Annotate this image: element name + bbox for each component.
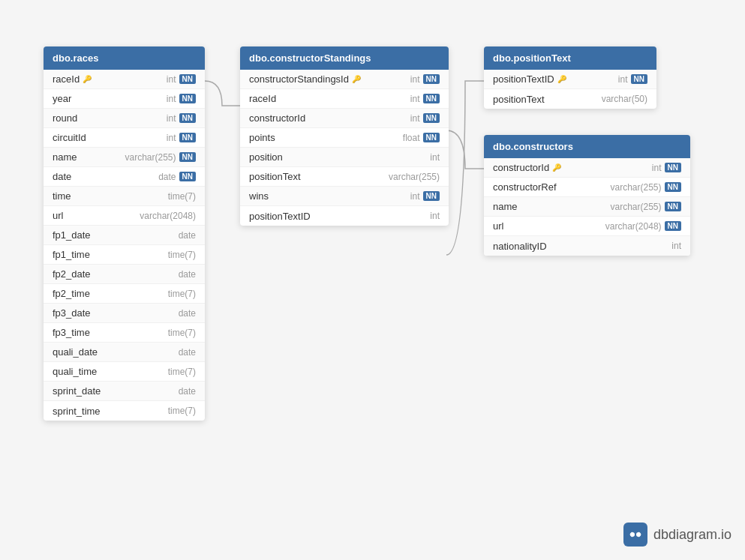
- table-row: fp2_date date: [44, 265, 205, 284]
- table-row: sprint_time time(7): [44, 401, 205, 421]
- nn-badge: NN: [179, 74, 196, 84]
- nn-badge: NN: [423, 74, 440, 84]
- field-type: varchar(255) NN: [125, 152, 196, 163]
- field-type: time(7): [168, 191, 196, 202]
- logo-icon: [623, 523, 647, 547]
- nn-badge: NN: [423, 94, 440, 103]
- field-name: position: [249, 151, 283, 163]
- field-name: constructorId 🔑: [493, 162, 561, 173]
- field-type: varchar(255): [389, 172, 440, 182]
- field-type: int: [430, 152, 440, 163]
- table-row: positionTextID int: [240, 206, 449, 226]
- table-row: raceId 🔑 int NN: [44, 70, 205, 89]
- field-name: points: [249, 132, 275, 143]
- field-name: name: [53, 151, 77, 163]
- nn-badge: NN: [423, 133, 440, 142]
- nn-badge: NN: [665, 221, 681, 231]
- field-type: varchar(255) NN: [611, 182, 681, 193]
- field-name: url: [53, 210, 63, 221]
- key-icon: 🔑: [557, 75, 566, 83]
- field-type: int NN: [618, 74, 647, 85]
- table-row: fp1_time time(7): [44, 245, 205, 265]
- table-races[interactable]: dbo.races raceId 🔑 int NN year int NN ro…: [44, 46, 205, 421]
- table-row: fp1_date date: [44, 226, 205, 245]
- field-name: time: [53, 190, 71, 202]
- table-constructors[interactable]: dbo.constructors constructorId 🔑 int NN …: [484, 135, 690, 256]
- table-row: wins int NN: [240, 187, 449, 206]
- field-name: fp2_time: [53, 288, 90, 299]
- field-type: date: [179, 347, 196, 358]
- table-row: nationalityID int: [484, 236, 690, 256]
- field-type: date: [179, 308, 196, 319]
- field-name: circuitId: [53, 132, 86, 143]
- table-row: constructorId 🔑 int NN: [484, 158, 690, 178]
- field-type: float NN: [403, 133, 440, 143]
- field-type: varchar(50): [602, 94, 647, 104]
- field-type: int NN: [410, 113, 440, 124]
- nn-badge: NN: [423, 191, 440, 201]
- table-row: positionTextID 🔑 int NN: [484, 70, 656, 89]
- table-row: points float NN: [240, 128, 449, 148]
- field-name: nationalityID: [493, 241, 547, 252]
- table-row: url varchar(2048) NN: [484, 217, 690, 236]
- field-name: url: [493, 220, 503, 232]
- nn-badge: NN: [665, 163, 681, 172]
- field-name: fp3_time: [53, 327, 90, 338]
- field-name: fp3_date: [53, 307, 91, 319]
- field-type: int NN: [410, 191, 440, 202]
- field-name: positionTextID 🔑: [493, 73, 566, 85]
- field-name: fp1_date: [53, 229, 91, 241]
- nn-badge: NN: [179, 172, 196, 181]
- field-type: date NN: [158, 172, 196, 182]
- key-icon: 🔑: [83, 75, 92, 83]
- field-type: time(7): [168, 406, 196, 416]
- field-name: sprint_date: [53, 385, 101, 397]
- field-name: wins: [249, 190, 269, 202]
- nn-badge: NN: [665, 182, 681, 192]
- table-row: quali_date date: [44, 343, 205, 362]
- table-row: fp3_date date: [44, 304, 205, 323]
- table-row: fp2_time time(7): [44, 284, 205, 304]
- table-row: year int NN: [44, 89, 205, 109]
- nn-badge: NN: [665, 202, 681, 211]
- field-name: fp2_date: [53, 268, 91, 280]
- table-row: constructorId int NN: [240, 109, 449, 128]
- field-name: constructorStandingsId 🔑: [249, 73, 361, 85]
- field-type: int NN: [410, 94, 440, 104]
- logo-text: dbdiagram.io: [653, 527, 731, 543]
- field-name: raceId 🔑: [53, 73, 92, 85]
- field-name: date: [53, 171, 71, 182]
- table-constructor-standings-header: dbo.constructorStandings: [240, 46, 449, 70]
- field-type: int NN: [167, 133, 196, 143]
- table-row: time time(7): [44, 187, 205, 206]
- field-type: varchar(255) NN: [611, 202, 681, 212]
- table-position-text-header: dbo.positionText: [484, 46, 656, 70]
- table-position-text[interactable]: dbo.positionText positionTextID 🔑 int NN…: [484, 46, 656, 109]
- field-name: raceId: [249, 93, 276, 104]
- field-name: fp1_time: [53, 249, 90, 260]
- table-races-header: dbo.races: [44, 46, 205, 70]
- field-type: int: [671, 241, 681, 251]
- field-name: round: [53, 112, 77, 124]
- field-type: int NN: [167, 74, 196, 85]
- field-type: int: [430, 211, 440, 221]
- field-type: varchar(2048) NN: [605, 221, 681, 232]
- field-name: quali_time: [53, 366, 97, 377]
- field-name: constructorId: [249, 112, 305, 124]
- field-type: time(7): [168, 250, 196, 260]
- nn-badge: NN: [179, 94, 196, 103]
- field-name: positionTextID: [249, 211, 311, 222]
- table-constructors-header: dbo.constructors: [484, 135, 690, 158]
- nn-badge: NN: [179, 133, 196, 142]
- nn-badge: NN: [423, 113, 440, 123]
- table-row: fp3_time time(7): [44, 323, 205, 343]
- field-type: int NN: [167, 94, 196, 104]
- table-row: position int: [240, 148, 449, 167]
- logo-area: dbdiagram.io: [623, 523, 731, 547]
- field-type: time(7): [168, 367, 196, 377]
- table-row: round int NN: [44, 109, 205, 128]
- table-row: circuitId int NN: [44, 128, 205, 148]
- table-row: url varchar(2048): [44, 206, 205, 226]
- nn-badge: NN: [631, 74, 647, 84]
- table-constructor-standings[interactable]: dbo.constructorStandings constructorStan…: [240, 46, 449, 226]
